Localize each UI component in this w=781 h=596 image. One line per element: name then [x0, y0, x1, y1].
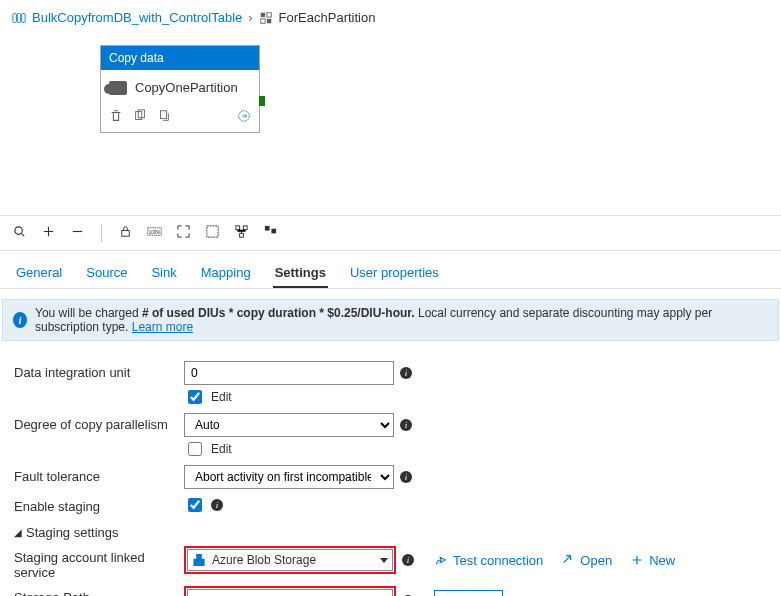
svg-rect-2 [22, 13, 26, 22]
database-icon [109, 81, 127, 95]
pipeline-icon [12, 11, 26, 25]
svg-rect-18 [240, 233, 244, 237]
fault-select[interactable]: Abort activity on first incompatible row [184, 465, 394, 489]
info-icon[interactable]: i [402, 554, 414, 566]
pricing-banner: i You will be charged # of used DIUs * c… [2, 299, 779, 341]
property-tabs: General Source Sink Mapping Settings Use… [0, 251, 781, 289]
zoom-out-icon[interactable] [70, 224, 85, 242]
staging-checkbox[interactable] [188, 498, 202, 512]
debug-icon[interactable] [237, 109, 251, 126]
info-icon[interactable]: i [211, 499, 223, 511]
new-button[interactable]: New [630, 553, 675, 568]
info-icon: i [13, 312, 27, 328]
tab-settings[interactable]: Settings [273, 259, 328, 288]
layout-icon[interactable] [234, 224, 249, 242]
parallelism-select[interactable]: Auto [184, 413, 394, 437]
diu-edit-label: Edit [211, 390, 232, 404]
foreach-icon [259, 11, 273, 25]
success-connector[interactable] [259, 96, 265, 106]
info-icon[interactable]: i [400, 471, 412, 483]
tab-sink[interactable]: Sink [149, 259, 178, 288]
activity-type-label: Copy data [101, 46, 259, 70]
linked-service-select[interactable]: Azure Blob Storage [187, 549, 393, 571]
svg-text:100%: 100% [149, 230, 161, 235]
svg-rect-9 [161, 111, 167, 119]
info-icon[interactable]: i [400, 367, 412, 379]
breadcrumb: BulkCopyfromDB_with_ControlTable › ForEa… [0, 0, 781, 35]
linked-service-value: Azure Blob Storage [212, 553, 316, 567]
svg-rect-20 [271, 229, 276, 234]
lock-icon[interactable] [118, 224, 133, 242]
align-icon[interactable] [263, 224, 278, 242]
parallelism-label: Degree of copy parallelism [14, 413, 184, 432]
svg-rect-12 [122, 231, 130, 237]
linked-service-label: Staging account linked service [14, 546, 184, 580]
fit-100-icon[interactable]: 100% [147, 224, 162, 242]
tab-general[interactable]: General [14, 259, 64, 288]
fault-label: Fault tolerance [14, 465, 184, 484]
svg-rect-19 [265, 226, 270, 231]
blob-storage-icon [192, 554, 206, 566]
info-icon[interactable]: i [400, 419, 412, 431]
svg-rect-16 [236, 226, 240, 230]
svg-rect-3 [260, 12, 264, 16]
tab-source[interactable]: Source [84, 259, 129, 288]
breadcrumb-sep: › [248, 10, 252, 25]
svg-rect-0 [13, 13, 17, 22]
svg-rect-4 [266, 12, 270, 16]
browse-button[interactable]: Browse [434, 590, 503, 597]
svg-point-11 [15, 227, 23, 235]
breadcrumb-parent[interactable]: BulkCopyfromDB_with_ControlTable [32, 10, 242, 25]
activity-copy-data[interactable]: Copy data CopyOnePartition [100, 45, 260, 133]
learn-more-link[interactable]: Learn more [132, 320, 193, 334]
parallelism-edit-label: Edit [211, 442, 232, 456]
clone-icon[interactable] [133, 109, 147, 126]
svg-rect-17 [243, 226, 247, 230]
banner-prefix: You will be charged [35, 306, 142, 320]
diu-label: Data integration unit [14, 361, 184, 380]
diu-edit-checkbox[interactable] [188, 390, 202, 404]
open-button[interactable]: Open [561, 553, 612, 568]
search-icon[interactable] [12, 224, 27, 242]
fit-screen-icon[interactable] [176, 224, 191, 242]
svg-rect-15 [207, 226, 218, 237]
storage-path-label: Storage Path [14, 586, 184, 596]
chevron-down-icon [380, 558, 388, 563]
delete-icon[interactable] [109, 109, 123, 126]
svg-rect-6 [266, 18, 270, 22]
highlight-box: Azure Blob Storage [184, 546, 396, 574]
staging-label: Enable staging [14, 495, 184, 514]
collapse-caret-icon: ◢ [14, 527, 22, 538]
staging-settings-header[interactable]: ◢ Staging settings [14, 525, 767, 540]
svg-rect-5 [260, 18, 264, 22]
highlight-box [184, 586, 396, 596]
copy-icon[interactable] [157, 109, 171, 126]
settings-form: Data integration unit i Edit Degree of c… [0, 351, 781, 596]
breadcrumb-current: ForEachPartition [279, 10, 376, 25]
storage-path-input[interactable] [187, 589, 393, 596]
tab-mapping[interactable]: Mapping [199, 259, 253, 288]
diu-input[interactable] [184, 361, 394, 385]
pipeline-canvas[interactable]: Copy data CopyOnePartition [100, 45, 781, 205]
parallelism-edit-checkbox[interactable] [188, 442, 202, 456]
test-connection-button[interactable]: Test connection [434, 553, 543, 568]
tab-user-properties[interactable]: User properties [348, 259, 441, 288]
banner-bold: # of used DIUs * copy duration * $0.25/D… [142, 306, 415, 320]
svg-rect-1 [17, 13, 21, 22]
fullscreen-icon[interactable] [205, 224, 220, 242]
canvas-toolbar: 100% [0, 215, 781, 251]
zoom-in-icon[interactable] [41, 224, 56, 242]
activity-name: CopyOnePartition [135, 80, 238, 95]
